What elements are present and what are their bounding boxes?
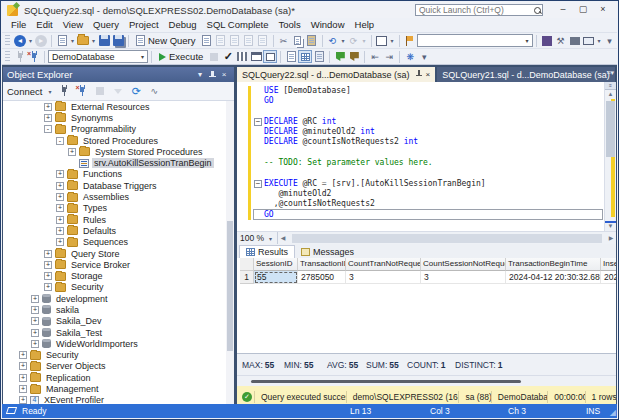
expand-icon[interactable]: + [44,250,52,258]
column-header[interactable]: SessionID [254,258,298,271]
maximize-button[interactable]: ▢ [573,3,593,16]
expand-icon[interactable]: + [19,362,27,370]
expand-icon[interactable]: + [56,193,64,201]
toolbar-overflow[interactable]: ▾ [417,50,431,63]
analysis-xmla-query-button[interactable] [242,34,256,47]
pin-icon[interactable] [206,70,218,80]
collapse-icon[interactable]: - [56,137,64,145]
menu-window[interactable]: Window [306,18,350,32]
tree-item[interactable]: +Assemblies [3,191,234,202]
tree-item[interactable]: +sakila [3,304,234,315]
menu-tools[interactable]: Tools [274,18,306,32]
connect-icon[interactable] [13,50,27,63]
scroll-right-arrow[interactable]: ▶ [606,232,616,244]
menu-file[interactable]: File [6,18,31,32]
expand-icon[interactable]: + [31,340,39,348]
scroll-down-arrow[interactable]: ▼ [605,222,616,231]
connect-dropdown[interactable]: Connect [7,86,42,97]
minimize-button[interactable]: – [553,3,573,16]
scrollbar-thumb[interactable] [606,101,615,157]
tree-item-selected[interactable]: srv.AutoKillSessionTranBegin [3,157,234,168]
expand-icon[interactable]: + [31,329,39,337]
new-file-icon[interactable] [55,34,69,47]
expand-icon[interactable]: + [19,374,27,382]
menu-project[interactable]: Project [124,18,164,32]
quick-launch-input[interactable] [416,5,533,15]
expand-icon[interactable]: + [68,148,76,156]
tree-item[interactable]: +Query Store [3,248,234,259]
close-button[interactable]: × [593,3,613,16]
zoom-level-combo[interactable]: 100 % ▾ [237,232,278,244]
tab-overflow-icon[interactable]: ≡▾ [606,69,614,77]
tree-item[interactable]: +Management [3,383,234,394]
expand-icon[interactable]: + [31,295,39,303]
connect-object-explorer-button[interactable] [57,85,71,98]
scrollbar-thumb[interactable] [251,380,521,383]
debug-location-combo[interactable]: ▾ [417,34,533,47]
navigate-back-button[interactable]: ◂ [13,34,27,47]
tree-item[interactable]: +Defaults [3,225,234,236]
expand-icon[interactable]: + [31,306,39,314]
navigate-forward-button[interactable]: ▸ [34,34,48,47]
column-header[interactable]: CountSessionNotRequest [421,258,506,271]
grid-corner[interactable] [240,258,254,271]
editor-vertical-scrollbar[interactable]: ≡ ▲ ▼ [604,82,616,231]
parse-button[interactable]: ✓ [221,50,235,63]
open-file-dropdown[interactable]: ▾ [90,37,97,44]
tab-sqlquery22[interactable]: SQLQuery22.sql - d...DemoDatabase (sa) × [237,67,435,82]
copy-button[interactable] [291,34,305,47]
toolbar-grip[interactable] [5,35,10,46]
analysis-mdx-query-button[interactable] [214,34,228,47]
menu-view[interactable]: View [58,18,88,32]
expand-icon[interactable]: + [44,261,52,269]
navigate-back-dropdown[interactable]: ▾ [27,37,34,44]
expand-icon[interactable]: + [31,317,39,325]
tree-item[interactable]: +Security [3,282,234,293]
properties-window-button[interactable] [540,34,554,47]
results-to-text-button[interactable] [284,50,298,63]
tree-item[interactable]: +Functions [3,169,234,180]
compact-query-button[interactable] [256,34,270,47]
tree-item[interactable]: +WideWorldImporters [3,338,234,349]
grid-cell[interactable]: 3 [421,271,506,284]
cut-button[interactable]: ✂ [277,34,291,47]
close-icon[interactable]: × [426,70,431,79]
stop-button[interactable] [93,85,107,98]
tree-item[interactable]: +Sakila_Dev [3,316,234,327]
tree-item[interactable]: +System Stored Procedures [3,146,234,157]
tree-item[interactable]: +Replication [3,372,234,383]
expand-icon[interactable]: + [44,103,52,111]
toolbar-grip[interactable] [5,51,10,62]
display-estimated-plan-button[interactable] [235,50,249,63]
new-query-button[interactable]: New Query [132,35,200,46]
tree-item[interactable]: +External Resources [3,101,234,112]
tree-item[interactable]: +Database Triggers [3,180,234,191]
expand-icon[interactable]: + [56,182,64,190]
grid-cell[interactable]: 2024 [601,271,616,284]
tab-sqlquery21[interactable]: SQLQuery21.sql - d...DemoDatabase (sa) [437,67,615,82]
editor-horizontal-scrollbar[interactable]: ◀ ▶ [278,232,616,244]
menu-sql-complete[interactable]: SQL Complete [202,18,274,32]
include-actual-plan-button[interactable] [263,50,277,63]
increase-indent-button[interactable]: ⇥ [382,50,396,63]
query-options-button[interactable] [249,50,263,63]
activity-monitor-dropdown[interactable]: ▾ [389,37,396,44]
undo-dropdown[interactable]: ▾ [340,37,347,44]
scroll-up-arrow[interactable]: ▲ [605,90,616,99]
cancel-query-button[interactable] [207,50,221,63]
disconnect-button[interactable]: × [75,85,89,98]
open-file-icon[interactable] [76,34,90,47]
quick-launch-box[interactable] [415,4,543,16]
collapse-icon[interactable]: - [44,125,52,133]
undo-button[interactable]: ⟲ [326,34,340,47]
scroll-left-arrow[interactable]: ◀ [278,232,288,244]
tree-item[interactable]: +Server Objects [3,361,234,372]
tree-item[interactable]: +Security [3,350,234,361]
template-explorer-button[interactable] [568,34,582,47]
decrease-indent-button[interactable]: ⇤ [368,50,382,63]
expand-icon[interactable]: + [19,351,27,359]
redo-dropdown[interactable]: ▾ [361,37,368,44]
tree-item[interactable]: +Sakila_Test [3,327,234,338]
save-all-button[interactable] [111,34,125,47]
tree-item[interactable]: -Stored Procedures [3,135,234,146]
